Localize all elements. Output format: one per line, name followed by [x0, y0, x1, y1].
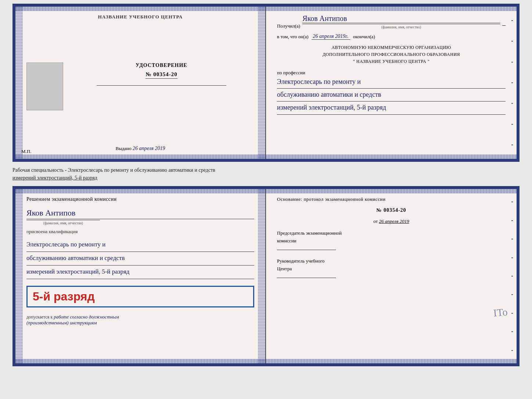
finished-label: окончил(а): [353, 34, 375, 40]
profession-text: Электрослесарь по ремонту и обслуживанию…: [277, 76, 506, 115]
ito-watermark: ITo: [493, 306, 508, 319]
profession-label: по профессии: [277, 70, 506, 76]
recipient-name: Яков Антипов: [302, 14, 500, 23]
commission-decision: Решением экзаменационной комиссии: [26, 196, 254, 202]
dash: –: [502, 21, 506, 29]
date-line-row: в том, что он(а) 26 апреля 2019г. окончи…: [277, 33, 506, 40]
cert-number: № 00354-20: [145, 71, 177, 79]
protocol-date: от 26 апреля 2019: [277, 218, 506, 224]
instructions-text: (производственным) инструкциям: [26, 320, 97, 325]
received-label: Получил(а): [277, 23, 300, 29]
bottom-edge-dashes: [511, 189, 514, 363]
left-decoration: [15, 7, 23, 159]
chairman-title2: комиссии: [277, 237, 506, 245]
bottom-fio-label: (фамилия, имя, отчество): [26, 220, 100, 225]
director-title2: Центра: [277, 265, 506, 273]
chairman-signature-line: [277, 250, 336, 250]
middle-text-block: Рабочая специальность - Электрослесарь п…: [12, 165, 520, 183]
middle-line2: измерений электростанций, 5-й разряд: [12, 175, 97, 181]
middle-line1: Рабочая специальность - Электрослесарь п…: [12, 167, 215, 173]
right-decoration: [258, 7, 265, 159]
cert-center-info: УДОСТОВЕРЕНИЕ № 00354-20: [69, 63, 254, 89]
prof-line1: Электрослесарь по ремонту и: [277, 76, 506, 89]
fio-label-top: (фамилия, имя, отчество): [302, 24, 500, 29]
cert-line: [97, 85, 227, 86]
issued-date-row: Выдано 26 апреля 2019: [116, 146, 165, 152]
name-block: Яков Антипов (фамилия, имя, отчество): [302, 14, 500, 29]
allowed-text: работе согласно должностным: [54, 314, 119, 320]
in-that-label: в том, что он(а): [277, 34, 309, 40]
issued-date-value: 26 апреля 2019: [133, 146, 165, 151]
grade-badge: 5-й разряд: [26, 286, 254, 307]
protocol-number: № 00354-20: [277, 207, 506, 213]
qualification-label: присвоена квалификация: [26, 229, 254, 235]
date-value-bottom: 26 апреля 2019: [379, 218, 409, 224]
bottom-person-name: Яков Антипов: [26, 207, 254, 219]
director-signature-line: [277, 278, 336, 278]
bottom-left-decoration: [15, 189, 23, 363]
cert-title: УДОСТОВЕРЕНИЕ: [136, 63, 187, 68]
cert-date-value: 26 апреля 2019г.: [312, 33, 350, 40]
org-line2: ДОПОЛНИТЕЛЬНОГО ПРОФЕССИОНАЛЬНОГО ОБРАЗО…: [277, 51, 506, 58]
basis-label: Основание: протокол экзаменационной коми…: [277, 196, 506, 202]
training-center-label-left: НАЗВАНИЕ УЧЕБНОГО ЦЕНТРА: [98, 14, 183, 20]
cert-right-page: Получил(а) Яков Антипов (фамилия, имя, о…: [266, 7, 517, 159]
bottom-left-page: Решением экзаменационной комиссии Яков А…: [15, 189, 266, 363]
date-label: от: [373, 218, 378, 224]
top-document: НАЗВАНИЕ УЧЕБНОГО ЦЕНТРА УДОСТОВЕРЕНИЕ №…: [12, 4, 520, 162]
cert-left-page: НАЗВАНИЕ УЧЕБНОГО ЦЕНТРА УДОСТОВЕРЕНИЕ №…: [15, 7, 266, 159]
allowed-work: допускается к работе согласно должностны…: [26, 314, 254, 326]
allowed-label: допускается к: [26, 314, 53, 320]
director-block: Руководитель учебного Центра: [277, 257, 506, 280]
qual-line2: обслуживанию автоматики и средств: [26, 252, 254, 266]
qual-line3: измерений электростанций, 5-й разряд: [26, 266, 254, 279]
edge-dashes: [511, 7, 514, 159]
chairman-title: Председатель экзаменационной: [277, 229, 506, 237]
issued-label: Выдано: [116, 146, 132, 151]
bottom-name-block: Яков Антипов (фамилия, имя, отчество): [26, 206, 254, 225]
mp-text: М.П.: [21, 149, 31, 154]
bottom-document: Решением экзаменационной комиссии Яков А…: [12, 186, 520, 366]
qualification-text: Электрослесарь по ремонту и обслуживанию…: [26, 238, 254, 279]
director-title: Руководитель учебного: [277, 257, 506, 265]
chairman-block: Председатель экзаменационной комиссии: [277, 229, 506, 252]
org-line1: АВТОНОМНУЮ НЕКОММЕРЧЕСКУЮ ОРГАНИЗАЦИЮ: [277, 44, 506, 51]
cert-photo-area: УДОСТОВЕРЕНИЕ № 00354-20: [26, 63, 254, 110]
bottom-right-decoration-l: [258, 189, 265, 363]
profession-block: по профессии Электрослесарь по ремонту и…: [277, 70, 506, 115]
prof-line2: обслуживанию автоматики и средств: [277, 89, 506, 101]
prof-line3: измерений электростанций, 5-й разряд: [277, 101, 506, 114]
org-block: АВТОНОМНУЮ НЕКОММЕРЧЕСКУЮ ОРГАНИЗАЦИЮ ДО…: [277, 44, 506, 65]
photo-placeholder: [26, 63, 63, 110]
bottom-right-page: Основание: протокол экзаменационной коми…: [266, 189, 517, 363]
recipient-row: Получил(а) Яков Антипов (фамилия, имя, о…: [277, 14, 506, 29]
org-line3: " НАЗВАНИЕ УЧЕБНОГО ЦЕНТРА ": [277, 58, 506, 65]
qual-line1: Электрослесарь по ремонту и: [26, 238, 254, 252]
grade-text: 5-й разряд: [33, 290, 95, 303]
